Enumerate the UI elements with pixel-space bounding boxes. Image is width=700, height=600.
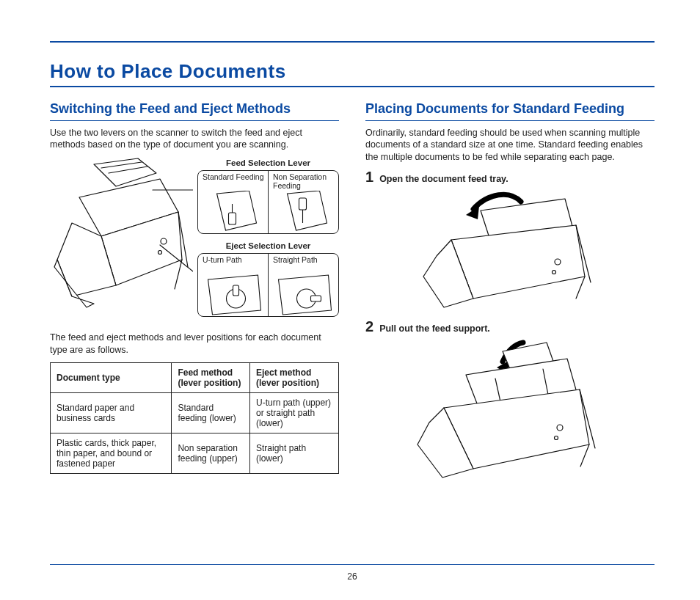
left-heading-rule (50, 120, 339, 121)
eject-lever-straight: Straight Path (269, 254, 338, 316)
svg-rect-17 (299, 198, 307, 210)
svg-rect-14 (229, 213, 236, 224)
td: Plastic cards, thick paper, thin paper, … (51, 433, 172, 474)
th-feed: Feed method (lever position) (172, 363, 250, 393)
th-eject: Eject method (lever position) (250, 363, 339, 393)
feed-lever-title: Feed Selection Lever (197, 158, 339, 167)
feed-lever-nonsep: Non Separation Feeding (269, 171, 338, 233)
th-doc-type: Document type (51, 363, 172, 393)
svg-line-8 (175, 260, 182, 289)
footer-rule (50, 564, 655, 565)
svg-rect-21 (233, 285, 239, 296)
feed-lever-nonsep-icon (269, 191, 338, 233)
svg-marker-16 (288, 191, 327, 230)
td: Non separation feeding (upper) (172, 433, 250, 474)
right-column: Placing Documents for Standard Feeding O… (365, 100, 655, 491)
left-para2: The feed and eject methods and lever pos… (50, 332, 339, 356)
lever-diagram-area: Feed Selection Lever Standard Feeding (50, 157, 339, 324)
step-1-illustration (393, 189, 627, 313)
page-title: How to Place Documents (50, 60, 655, 83)
td: U-turn path (upper) or straight path (lo… (250, 393, 339, 433)
step-2: 2 Pull out the feed support. (365, 319, 655, 334)
svg-point-43 (555, 436, 558, 440)
eject-lever-row: U-turn Path (197, 253, 339, 317)
feed-lever-standard-icon (198, 191, 268, 233)
right-intro: Ordinarily, standard feeding should be u… (365, 127, 655, 164)
step-2-illustration (393, 338, 627, 485)
td: Standard feeding (lower) (172, 393, 250, 433)
top-rule (50, 41, 655, 43)
svg-point-9 (161, 238, 167, 244)
feed-lever-standard-label: Standard Feeding (198, 171, 268, 191)
step-2-text: Pull out the feed support. (379, 323, 490, 334)
td: Standard paper and business cards (51, 393, 172, 433)
lever-panels: Feed Selection Lever Standard Feeding (197, 157, 339, 324)
table-row: Standard paper and business cards Standa… (51, 393, 339, 433)
table-row: Plastic cards, thick paper, thin paper, … (51, 433, 339, 474)
svg-line-41 (580, 444, 589, 467)
right-heading-rule (365, 120, 655, 121)
eject-lever-uturn-label: U-turn Path (198, 254, 268, 274)
feed-eject-table: Document type Feed method (lever positio… (50, 362, 339, 474)
svg-rect-24 (311, 296, 321, 301)
eject-lever-uturn: U-turn Path (198, 254, 269, 316)
page-footer: 26 (50, 564, 655, 582)
step-2-number: 2 (365, 319, 373, 334)
step-1-text: Open the document feed tray. (379, 174, 508, 184)
feed-lever-row: Standard Feeding (197, 170, 339, 234)
svg-point-10 (158, 251, 162, 255)
table-header-row: Document type Feed method (lever positio… (51, 363, 339, 393)
page-number: 26 (347, 571, 357, 582)
step-1: 1 Open the document feed tray. (365, 169, 655, 184)
left-heading: Switching the Feed and Eject Methods (50, 100, 339, 117)
left-intro: Use the two levers on the scanner to swi… (50, 127, 339, 152)
eject-lever-straight-icon (269, 274, 338, 316)
svg-point-42 (557, 425, 563, 431)
eject-lever-uturn-icon (198, 274, 268, 316)
step-1-number: 1 (365, 169, 373, 184)
svg-marker-13 (217, 191, 257, 230)
scanner-illustration (50, 157, 193, 311)
right-heading: Placing Documents for Standard Feeding (365, 100, 655, 117)
svg-marker-27 (451, 225, 585, 299)
svg-point-31 (555, 259, 561, 265)
two-column-layout: Switching the Feed and Eject Methods Use… (50, 100, 655, 491)
eject-lever-straight-label: Straight Path (269, 254, 338, 274)
svg-line-30 (576, 277, 585, 299)
title-underline (50, 86, 655, 87)
feed-lever-nonsep-label: Non Separation Feeding (269, 171, 338, 191)
svg-point-32 (553, 271, 556, 274)
feed-lever-standard: Standard Feeding (198, 171, 269, 233)
left-column: Switching the Feed and Eject Methods Use… (50, 100, 339, 491)
td: Straight path (lower) (250, 433, 339, 474)
manual-page: How to Place Documents Switching the Fee… (0, 0, 700, 600)
eject-lever-title: Eject Selection Lever (197, 241, 339, 250)
